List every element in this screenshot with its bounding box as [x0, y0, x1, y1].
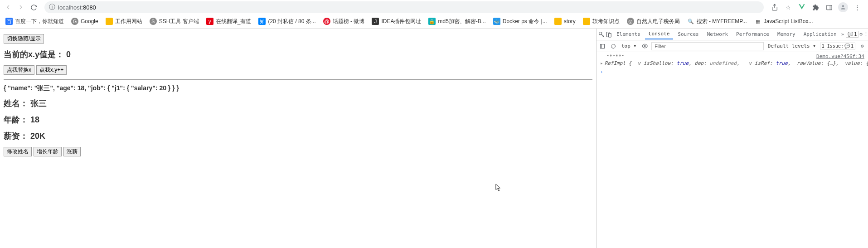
age-value: 18	[30, 115, 39, 124]
salary-row: 薪资： 20K	[4, 131, 592, 141]
eye-icon[interactable]	[640, 42, 649, 50]
menu-icon[interactable]: ⋮	[853, 3, 862, 12]
console-prompt[interactable]: ›	[600, 68, 864, 75]
increment-age-button[interactable]: 增长年龄	[34, 147, 62, 156]
age-label: 年龄：	[4, 115, 28, 124]
forward-button[interactable]	[16, 3, 25, 12]
bookmark-label: 话题榜 - 微博	[333, 18, 365, 25]
bookmark-item[interactable]: @话题榜 - 微博	[323, 18, 365, 25]
browser-chrome: ⓘ localhost:8080 ☆ ⋮ 百百度一下，你就知道GGoogle工作…	[0, 0, 868, 29]
json-line: { "name": "张三", "age": 18, "job": { "j1"…	[4, 84, 592, 92]
bookmark-label: 工作用网站	[115, 18, 142, 25]
bookmark-item[interactable]: 🔒md5加密、解密-B...	[428, 18, 485, 25]
levels-dropdown[interactable]: Default levels ▾	[766, 43, 817, 49]
xy-label: 当前的x.y值是：	[4, 50, 64, 59]
bookmark-label: 在线翻译_有道	[216, 18, 252, 25]
age-row: 年龄： 18	[4, 114, 592, 125]
console-sidebar-icon[interactable]	[598, 42, 606, 50]
bookmark-label: IDEA插件包网址	[381, 18, 421, 25]
bookmark-item[interactable]: 🐳Docker ps 命令 |...	[493, 18, 547, 25]
bookmark-item[interactable]: SSSH工具 客户端	[150, 18, 199, 25]
bookmark-label: 自然人电子税务局	[636, 18, 680, 25]
share-icon[interactable]	[770, 3, 779, 12]
context-dropdown[interactable]: top ▾	[620, 43, 638, 49]
name-value: 张三	[30, 99, 47, 108]
bookmark-favicon: ◎	[627, 18, 634, 25]
svg-rect-1	[826, 5, 831, 10]
devtools-settings-icon[interactable]: ⚙	[859, 30, 863, 39]
bookmark-item[interactable]: 🔍搜索 - MYFREEMP...	[687, 18, 747, 25]
bookmark-label: SSH工具 客户端	[159, 18, 199, 25]
console-settings-icon[interactable]: ⚙	[858, 42, 866, 50]
extensions-icon[interactable]	[811, 3, 820, 12]
salary-value: 20K	[30, 131, 45, 141]
xy-heading: 当前的x.y值是： 0	[4, 49, 592, 60]
tab-sources[interactable]: Sources	[674, 29, 702, 39]
bookmark-favicon: @	[323, 18, 330, 25]
inspect-icon[interactable]	[598, 30, 605, 39]
svg-rect-7	[601, 44, 605, 48]
back-button[interactable]	[4, 3, 13, 12]
star-icon[interactable]: ☆	[784, 3, 793, 12]
nav-row: ⓘ localhost:8080 ☆ ⋮	[0, 0, 868, 15]
bookmark-favicon: 知	[258, 18, 266, 25]
bookmark-item[interactable]: 工作用网站	[106, 18, 142, 25]
bookmark-item[interactable]: 软考知识点	[583, 18, 620, 25]
bookmark-label: JavaScript ListBox...	[764, 18, 813, 24]
bookmark-label: story	[564, 18, 576, 24]
bookmark-favicon	[583, 18, 590, 25]
bookmark-label: md5加密、解密-B...	[438, 18, 485, 25]
toolbar-right: ☆ ⋮	[770, 2, 864, 12]
bookmark-item[interactable]: 百百度一下，你就知道	[5, 18, 64, 25]
bookmark-item[interactable]: story	[554, 18, 576, 25]
expand-icon[interactable]: ▸	[600, 60, 603, 66]
raise-salary-button[interactable]: 涨薪	[63, 147, 81, 156]
log-line[interactable]: ▸RefImpl {__v_isShallow: true, dep: unde…	[600, 60, 864, 67]
device-toggle-icon[interactable]	[606, 30, 612, 39]
reload-button[interactable]	[29, 3, 38, 12]
vue-devtools-icon[interactable]	[797, 3, 806, 12]
bookmark-favicon: G	[71, 18, 78, 25]
tab-network[interactable]: Network	[703, 29, 732, 39]
bookmark-item[interactable]: JIDEA插件包网址	[372, 18, 421, 25]
more-tabs-icon[interactable]: »	[841, 30, 844, 39]
bookmark-item[interactable]: ▦JavaScript ListBox...	[754, 18, 813, 25]
devtools-menu-icon[interactable]: ⋮	[863, 30, 868, 39]
replace-x-button[interactable]: 点我替换x	[4, 65, 34, 75]
toggle-button[interactable]: 切换隐藏/显示	[4, 34, 44, 44]
address-bar[interactable]: ⓘ localhost:8080	[44, 1, 764, 13]
increment-xy-button[interactable]: 点我x.y++	[36, 65, 67, 75]
bookmark-item[interactable]: 知(20 封私信 / 80 条...	[258, 18, 315, 25]
issue-indicator[interactable]: 1 Issue: 💬1	[820, 43, 855, 49]
tab-application[interactable]: Application	[800, 29, 840, 39]
modify-name-button[interactable]: 修改姓名	[4, 147, 32, 156]
bookmark-item[interactable]: y在线翻译_有道	[206, 18, 252, 25]
clear-console-icon[interactable]	[609, 42, 617, 50]
console-output: Demo.vue?456f:34 ****** ▸RefImpl {__v_is…	[596, 52, 868, 248]
filter-input[interactable]	[651, 42, 764, 50]
name-label: 姓名：	[4, 99, 28, 108]
xy-value: 0	[66, 50, 71, 59]
bookmark-label: 百度一下，你就知道	[15, 18, 64, 25]
name-row: 姓名： 张三	[4, 98, 592, 109]
divider	[4, 79, 592, 80]
tab-elements[interactable]: Elements	[613, 29, 644, 39]
tab-console[interactable]: Console	[645, 29, 673, 39]
bookmark-item[interactable]: ◎自然人电子税务局	[627, 18, 680, 25]
bookmark-favicon: J	[372, 18, 379, 25]
log-text: ******	[606, 53, 625, 59]
panel-icon[interactable]	[824, 3, 834, 12]
tab-memory[interactable]: Memory	[774, 29, 799, 39]
bookmark-favicon: y	[206, 18, 213, 25]
log-source-link[interactable]: Demo.vue?456f:34	[816, 53, 864, 59]
bookmark-favicon: 🔍	[687, 18, 694, 25]
bookmark-item[interactable]: GGoogle	[71, 18, 98, 25]
svg-rect-6	[608, 33, 611, 37]
svg-rect-4	[599, 32, 602, 34]
error-badge[interactable]: 💬1	[846, 31, 858, 38]
bookmark-favicon: 百	[5, 18, 13, 25]
log-object-type: RefImpl	[605, 60, 626, 66]
tab-performance[interactable]: Performance	[732, 29, 773, 39]
profile-avatar[interactable]	[838, 2, 848, 12]
info-icon[interactable]: ⓘ	[49, 3, 55, 11]
